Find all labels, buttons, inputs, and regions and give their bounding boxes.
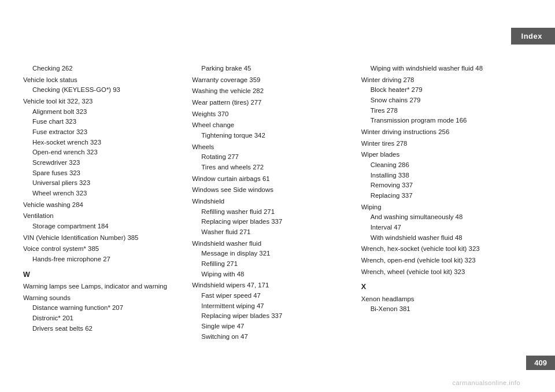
index-entry: Fuse extractor 323 — [23, 127, 185, 138]
index-entry: And washing simultaneously 48 — [361, 212, 523, 223]
index-entry: Checking 262 — [23, 64, 185, 74]
index-entry: W — [23, 269, 185, 280]
content-area: Checking 262Vehicle lock statusChecking … — [23, 64, 523, 357]
index-entry: Window curtain airbags 61 — [192, 174, 354, 184]
index-entry: Wiping with 48 — [192, 269, 354, 280]
index-entry: Checking (KEYLESS-GO*) 93 — [23, 85, 185, 95]
index-entry: Warning sounds — [23, 293, 185, 304]
index-entry: Storage compartment 184 — [23, 221, 185, 232]
index-entry: Wear pattern (tires) 277 — [192, 98, 354, 108]
index-entry: Hands-free microphone 27 — [23, 254, 185, 265]
index-entry: Winter driving 278 — [361, 75, 523, 86]
index-entry: Drivers seat belts 62 — [23, 324, 185, 334]
index-entry: Wrench, hex-socket (vehicle tool kit) 32… — [361, 244, 523, 254]
column-3: Wiping with windshield washer fluid 48Wi… — [361, 64, 523, 357]
index-entry: Tightening torque 342 — [192, 131, 354, 141]
index-entry: Screwdriver 323 — [23, 158, 185, 168]
index-entry: Weights 370 — [192, 109, 354, 120]
index-entry: Universal pliers 323 — [23, 178, 185, 188]
index-entry: Windows see Side windows — [192, 185, 354, 195]
index-entry: Vehicle lock status — [23, 75, 185, 86]
index-entry: Wiping — [361, 202, 523, 213]
index-entry: Wheel change — [192, 120, 354, 131]
index-entry: Distronic* 201 — [23, 313, 185, 324]
index-entry: Message in display 321 — [192, 249, 354, 259]
index-entry: Transmission program mode 166 — [361, 116, 523, 126]
index-entry: Tires and wheels 272 — [192, 162, 354, 173]
index-entry: Vehicle tool kit 322, 323 — [23, 97, 185, 107]
page-container: Index 409 carmanualsonline.info Checking… — [0, 0, 555, 392]
index-entry: VIN (Vehicle Identification Number) 385 — [23, 233, 185, 243]
index-entry: Vehicle washing 284 — [23, 200, 185, 210]
index-entry: Windshield wipers 47, 171 — [192, 280, 354, 291]
index-entry: Ventilation — [23, 211, 185, 221]
index-entry: Refilling washer fluid 271 — [192, 207, 354, 217]
index-entry: Replacing wiper blades 337 — [192, 217, 354, 227]
index-entry: Windshield washer fluid — [192, 239, 354, 249]
index-entry: Snow chains 279 — [361, 95, 523, 106]
index-tab: Index — [511, 28, 555, 45]
index-entry: Installing 338 — [361, 171, 523, 181]
index-label: Index — [521, 32, 542, 40]
index-entry: Fuse chart 323 — [23, 117, 185, 127]
index-entry: Interval 47 — [361, 223, 523, 233]
index-entry: Winter driving instructions 256 — [361, 127, 523, 138]
index-entry: Parking brake 45 — [192, 64, 354, 74]
index-entry: Fast wiper speed 47 — [192, 291, 354, 301]
column-1: Checking 262Vehicle lock statusChecking … — [23, 64, 192, 357]
index-entry: Spare fuses 323 — [23, 168, 185, 179]
index-entry: Cleaning 286 — [361, 160, 523, 171]
index-entry: Hex-socket wrench 323 — [23, 138, 185, 148]
index-entry: Replacing wiper blades 337 — [192, 311, 354, 321]
index-entry: With windshield washer fluid 48 — [361, 233, 523, 243]
index-entry: Bi-Xenon 381 — [361, 304, 523, 315]
column-2: Parking brake 45Warranty coverage 359Was… — [192, 64, 361, 357]
index-entry: Rotating 277 — [192, 152, 354, 162]
index-entry: Wheels — [192, 142, 354, 153]
index-entry: Block heater* 279 — [361, 85, 523, 95]
index-entry: Open-end wrench 323 — [23, 147, 185, 158]
index-entry: Windshield — [192, 197, 354, 207]
index-entry: Xenon headlamps — [361, 294, 523, 305]
index-entry: Refilling 271 — [192, 259, 354, 269]
index-entry: Warning lamps see Lamps, indicator and w… — [23, 282, 185, 292]
index-entry: Intermittent wiping 47 — [192, 301, 354, 312]
index-entry: Switching on 47 — [192, 332, 354, 342]
index-entry: Wheel wrench 323 — [23, 188, 185, 199]
index-entry: Alignment bolt 323 — [23, 107, 185, 117]
index-entry: Replacing 337 — [361, 191, 523, 201]
index-entry: Washer fluid 271 — [192, 227, 354, 238]
index-entry: Wrench, open-end (vehicle tool kit) 323 — [361, 256, 523, 266]
index-entry: Single wipe 47 — [192, 321, 354, 332]
watermark: carmanualsonline.info — [452, 379, 520, 386]
index-entry: Voice control system* 385 — [23, 244, 185, 254]
index-entry: Wiping with windshield washer fluid 48 — [361, 64, 523, 74]
index-entry: Wiper blades — [361, 150, 523, 160]
index-entry: X — [361, 282, 523, 293]
index-entry: Washing the vehicle 282 — [192, 86, 354, 97]
index-entry: Winter tires 278 — [361, 139, 523, 149]
index-entry: Wrench, wheel (vehicle tool kit) 323 — [361, 267, 523, 278]
index-entry: Warranty coverage 359 — [192, 75, 354, 86]
index-entry: Distance warning function* 207 — [23, 303, 185, 313]
index-entry: Tires 278 — [361, 106, 523, 116]
page-number: 409 — [526, 356, 555, 370]
index-entry: Removing 337 — [361, 180, 523, 191]
